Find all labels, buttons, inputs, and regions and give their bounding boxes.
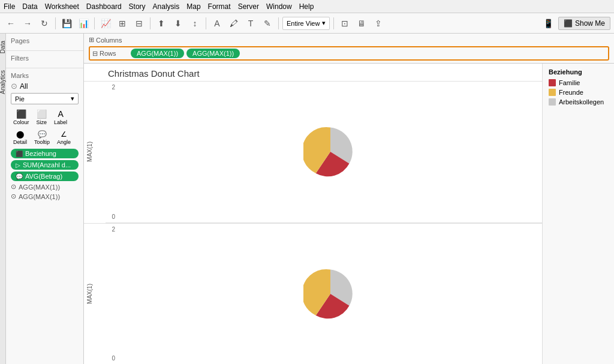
agg2-label: AGG(MAX(1))	[19, 193, 60, 200]
label-btn2[interactable]: A Label	[52, 108, 70, 127]
bottom-chart-area	[119, 224, 542, 365]
tooltip-icon: 💬	[38, 130, 47, 139]
new-ds-btn[interactable]: 📊	[76, 16, 91, 31]
menu-map[interactable]: Map	[186, 2, 200, 11]
analytics-tab[interactable]: Analytics	[0, 68, 7, 97]
label-label: Label	[54, 119, 67, 125]
marks-label: Marks	[11, 72, 79, 79]
text-btn[interactable]: T	[243, 16, 258, 31]
sep1	[55, 17, 56, 29]
refresh-btn[interactable]: ↻	[37, 16, 52, 31]
menu-worksheet[interactable]: Worksheet	[45, 2, 79, 11]
top-y-axis-label-wrapper: MAX(1)	[84, 82, 95, 222]
arbeitskollegen-swatch	[549, 98, 556, 106]
menu-data[interactable]: Data	[22, 2, 37, 11]
columns-row: ⊞ Columns	[89, 35, 609, 45]
rows-grid-icon: ⊟	[92, 50, 98, 58]
menu-server[interactable]: Server	[238, 2, 259, 11]
rows-label: ⊟ Rows	[92, 50, 128, 58]
pages-section: Pages	[6, 34, 83, 51]
fix-axes-btn[interactable]: ⊡	[338, 16, 352, 31]
rows-btn[interactable]: ⊞	[115, 16, 130, 31]
menu-story[interactable]: Story	[129, 2, 146, 11]
sort-desc-btn[interactable]: ⬇	[171, 16, 185, 31]
marks-type-dropdown[interactable]: Pie ▾	[11, 93, 79, 104]
bottom-y-axis: 2 0	[95, 224, 119, 365]
top-y-top: 2	[112, 84, 115, 91]
avg-label: AVG(Betrag)	[25, 173, 62, 180]
menu-help[interactable]: Help	[299, 2, 314, 11]
agg1-row: ⊙ AGG(MAX(1))	[11, 183, 79, 191]
colour-label: Colour	[13, 119, 29, 125]
view-dropdown[interactable]: Entire View ▾	[282, 17, 330, 30]
bottom-pie-chart	[303, 267, 357, 321]
left-panel: Pages Filters Marks ⊙ All Pie ▾ ⬛ Colour	[6, 34, 84, 364]
size-label: Size	[37, 119, 47, 125]
share-btn[interactable]: ⇪	[371, 16, 386, 31]
shelf-area: ⊞ Columns ⊟ Rows AGG(MAX(1)) AGG(MAX(1))	[84, 34, 614, 64]
size-btn[interactable]: ⬜ Size	[34, 108, 50, 127]
show-me-button[interactable]: ⬛ Show Me	[558, 17, 610, 30]
rows-pill2[interactable]: AGG(MAX(1))	[186, 49, 240, 58]
cols-btn[interactable]: ⊟	[132, 16, 146, 31]
rows-row: ⊟ Rows AGG(MAX(1)) AGG(MAX(1))	[89, 45, 609, 62]
bar-btn[interactable]: 📈	[98, 16, 113, 31]
legend-item-freunde: Freunde	[549, 89, 608, 96]
filters-section: Filters	[6, 51, 83, 68]
pill-icon3: 💬	[16, 173, 23, 180]
detail-btn[interactable]: ⬤ Detail	[11, 129, 29, 146]
sep3	[150, 17, 151, 29]
bottom-y-axis-label-wrapper: MAX(1)	[84, 224, 95, 365]
forward-btn[interactable]: →	[20, 16, 35, 31]
data-tab[interactable]: Data	[0, 38, 7, 56]
marks-all-row: ⊙ All	[11, 82, 79, 91]
highlight-btn[interactable]: 🖍	[227, 16, 241, 31]
chevron-down-icon: ▾	[71, 95, 74, 103]
top-chart-row: MAX(1) 2 0	[84, 81, 542, 222]
annotation-btn[interactable]: ✎	[260, 16, 275, 31]
chart-container: Christmas Donut Chart MAX(1) 2 0	[84, 64, 542, 364]
tooltip-btn[interactable]: 💬 Tooltip	[32, 129, 52, 146]
label-btn[interactable]: A	[210, 16, 224, 31]
marks-section: Marks ⊙ All Pie ▾ ⬛ Colour ⬜ Size	[6, 68, 83, 204]
marks-icons-row: ⬛ Colour ⬜ Size A Label	[11, 108, 79, 127]
freunde-label: Freunde	[559, 89, 583, 96]
menu-dashboard[interactable]: Dashboard	[86, 2, 122, 11]
rows-pill1[interactable]: AGG(MAX(1))	[131, 49, 184, 58]
menu-file[interactable]: File	[4, 2, 15, 11]
colour-btn[interactable]: ⬛ Colour	[11, 108, 32, 127]
columns-grid-icon: ⊞	[89, 36, 94, 44]
top-pie-chart	[303, 125, 357, 179]
chart-body: MAX(1) 2 0	[84, 81, 542, 364]
menu-format[interactable]: Format	[208, 2, 231, 11]
presentation-btn[interactable]: 🖥	[354, 16, 369, 31]
pill-icon2: ▷	[16, 162, 20, 169]
familie-swatch	[549, 79, 556, 86]
side-tabs: Data Analytics	[0, 34, 6, 364]
avg-pill[interactable]: 💬 AVG(Betrag)	[11, 172, 79, 181]
detail-label: Detail	[13, 139, 27, 145]
sum-pill[interactable]: ▷ SUM(Anzahl d...	[11, 160, 79, 170]
size-icon: ⬜	[37, 109, 47, 119]
bottom-y-top: 2	[112, 226, 115, 233]
device-preview-btn[interactable]: 📱	[541, 16, 556, 31]
sort-asc-btn[interactable]: ⬆	[154, 16, 168, 31]
colour-icon: ⬛	[16, 109, 26, 119]
menu-analysis[interactable]: Analysis	[153, 2, 180, 11]
sep4	[206, 17, 206, 29]
back-btn[interactable]: ←	[4, 16, 18, 31]
sort-clear-btn[interactable]: ↕	[188, 16, 202, 31]
show-me-icon: ⬛	[564, 19, 573, 28]
menu-window[interactable]: Window	[266, 2, 292, 11]
agg2-row: ⊙ AGG(MAX(1))	[11, 192, 79, 200]
legend-item-familie: Familie	[549, 79, 608, 86]
save-btn[interactable]: 💾	[59, 16, 74, 31]
top-y-axis: 2 0	[95, 82, 119, 222]
angle-btn[interactable]: ∠ Angle	[55, 129, 73, 146]
toolbar: ← → ↻ 💾 📊 📈 ⊞ ⊟ ⬆ ⬇ ↕ A 🖍 T ✎ Entire Vie…	[0, 13, 614, 34]
top-y-bottom: 0	[112, 213, 115, 220]
label-icon: A	[58, 109, 63, 119]
beziehung-pill[interactable]: ⬛ Beziehung	[11, 149, 79, 158]
sep2	[94, 17, 95, 29]
bottom-y-bottom: 0	[112, 355, 115, 362]
